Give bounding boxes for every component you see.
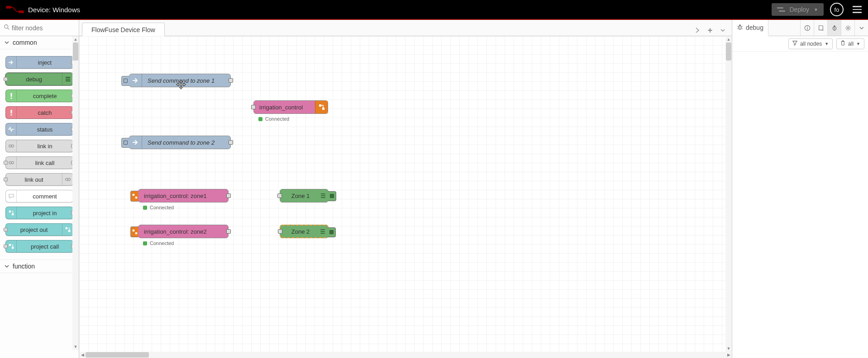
input-port[interactable] [251,105,256,109]
svg-rect-17 [68,230,70,232]
sidebar-tabs: debug [732,20,868,36]
palette-node-link-in[interactable]: link in [5,140,73,152]
palette-node-label: status [17,126,73,133]
palette-node-status[interactable]: status [5,123,73,136]
flow-node-inject-zone2[interactable]: Send command to zone 2 [129,136,231,149]
svg-line-30 [737,28,738,29]
canvas-v-scrollbar[interactable]: ▲ ▼ [725,36,732,352]
sidebar-tab-debug[interactable]: debug [732,20,768,36]
svg-rect-18 [9,244,10,246]
palette-scrollbar[interactable]: ▲ ▼ [72,36,79,350]
scroll-up-icon[interactable]: ▲ [72,36,79,42]
svg-rect-4 [10,93,12,97]
sidebar-menu-button[interactable] [854,20,868,36]
palette-node-complete[interactable]: complete [5,90,73,102]
output-port[interactable] [229,78,233,83]
palette-node-label: debug [6,76,62,83]
svg-rect-22 [132,194,134,196]
palette-node-label: project call [17,243,73,250]
debug-filter-button[interactable]: all nodes ▼ [788,38,833,49]
svg-point-39 [847,27,849,28]
palette-node-project-call[interactable]: project call [5,240,73,253]
flow-node-debug-zone1[interactable]: Zone 1 [280,189,329,203]
palette-node-project-in[interactable]: project in [5,207,73,219]
tab-scroll-right-button[interactable] [692,25,703,36]
palette-node-inject[interactable]: inject [5,56,73,69]
palette-node-label: link out [6,176,62,183]
flow-node-debug-zone2[interactable]: Zone 2 [280,225,329,238]
palette-category-common[interactable]: common [0,36,79,49]
palette-node-link-call[interactable]: link call [5,156,73,169]
debug-bars-icon [320,228,325,235]
sidebar-debug-button[interactable] [827,20,841,36]
sidebar-info-button[interactable] [800,20,814,36]
svg-rect-1 [19,10,24,13]
palette-filter-input[interactable] [12,24,75,32]
palette-node-debug[interactable]: debug [5,73,73,85]
input-port[interactable] [4,77,8,81]
svg-rect-35 [807,26,807,27]
input-port[interactable] [277,193,282,198]
svg-point-2 [5,25,8,28]
flow-tab-active[interactable]: FlowFuse Device Flow [82,23,165,36]
main-menu-button[interactable] [850,4,864,15]
project-link-icon [315,101,328,113]
header-bar: Device: Windows Deploy ▼ fo [0,0,868,20]
deploy-button[interactable]: Deploy ▼ [772,3,824,16]
input-port[interactable] [278,229,282,234]
palette-search[interactable] [0,20,79,36]
svg-point-38 [834,25,835,27]
scroll-left-icon[interactable]: ◀ [79,353,86,357]
inject-trigger-button[interactable] [121,138,129,148]
svg-rect-14 [9,211,10,212]
palette-node-label: project out [6,226,62,233]
scroll-down-icon[interactable]: ▼ [725,345,732,352]
input-port[interactable] [4,245,8,249]
scroll-down-icon[interactable]: ▼ [72,344,79,350]
sidebar-help-button[interactable] [814,20,827,36]
canvas-h-scrollbar[interactable]: ◀ ▶ [79,352,732,358]
svg-line-31 [742,28,743,29]
palette-category-function[interactable]: function [0,259,79,273]
debug-clear-button[interactable]: all ▼ [836,38,864,49]
svg-rect-34 [807,28,807,29]
output-port[interactable] [226,229,231,234]
add-flow-button[interactable]: + [705,25,715,36]
input-port[interactable] [4,228,8,232]
palette-node-label: catch [17,109,73,116]
svg-rect-16 [65,227,67,229]
user-avatar[interactable]: fo [830,3,844,16]
svg-rect-19 [11,247,13,249]
debug-message-list[interactable] [732,52,868,358]
debug-toggle-button[interactable] [328,227,336,237]
debug-toggle-button[interactable] [328,191,336,201]
flow-node-irrigation-zone1[interactable]: irrigation_control: zone1 Connected [138,189,229,203]
inject-trigger-button[interactable] [121,76,129,86]
svg-line-3 [8,28,10,30]
palette-node-catch[interactable]: catch [5,106,73,119]
palette-node-project-out[interactable]: project out [5,223,73,236]
input-port[interactable] [4,161,8,165]
flow-list-menu-button[interactable] [717,25,728,36]
bang-icon [6,107,17,118]
caret-down-icon: ▼ [814,7,818,12]
flow-node-inject-zone1[interactable]: Send command to zone 1 [129,74,231,87]
chevron-down-icon [5,264,9,268]
palette-node-link-out[interactable]: link out [5,173,73,186]
scroll-up-icon[interactable]: ▲ [725,36,732,42]
svg-rect-20 [319,104,321,107]
output-port[interactable] [226,193,231,198]
svg-rect-23 [135,197,137,198]
output-port[interactable] [229,140,233,145]
deploy-icon [777,7,785,12]
scroll-right-icon[interactable]: ▶ [725,353,732,357]
flow-node-irrigation-zone2[interactable]: irrigation_control: zone2 Connected [138,225,229,238]
flow-node-irrigation-control[interactable]: irrigation_control Connected [253,100,328,114]
palette-node-comment[interactable]: comment [5,190,73,203]
sidebar-config-button[interactable] [841,20,854,36]
flow-canvas[interactable]: Send command to zone 1 Send command to z… [79,36,732,352]
input-port[interactable] [4,178,8,182]
bug-icon [737,24,743,32]
node-status: Connected [143,240,174,246]
palette-node-label: complete [17,93,73,99]
